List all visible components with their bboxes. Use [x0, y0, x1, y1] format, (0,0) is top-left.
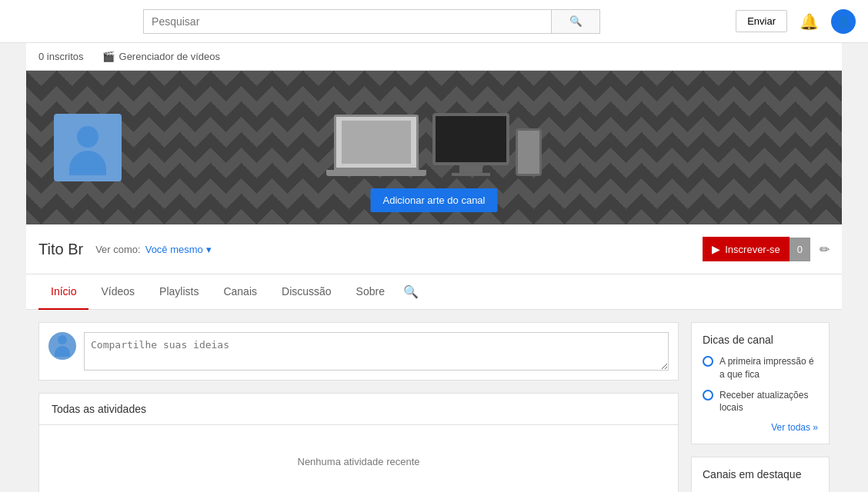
laptop-screen	[334, 115, 419, 170]
tv-screen	[432, 113, 509, 165]
subscribe-label: Inscrever-se	[725, 244, 780, 255]
tip-item-1: A primeira impressão é a que fica	[703, 355, 818, 381]
content-left: Todas as atividades Nenhuma atividade re…	[38, 322, 679, 492]
top-bar-right: Enviar 🔔 👤	[736, 9, 856, 34]
phone-device	[516, 128, 542, 176]
enviar-button[interactable]: Enviar	[736, 10, 787, 32]
tip-item-2: Receber atualizações locais	[703, 389, 818, 415]
search-button[interactable]: 🔍	[551, 9, 600, 34]
tab-playlists[interactable]: Playlists	[147, 274, 211, 310]
no-activity-message: Nenhuma atividade recente	[39, 425, 678, 492]
search-container: 🔍	[143, 9, 605, 34]
main-content: Todas as atividades Nenhuma atividade re…	[26, 310, 842, 492]
channel-name: Tito Br	[38, 241, 83, 258]
top-bar: 🔍 Enviar 🔔 👤	[0, 0, 868, 43]
laptop-device	[326, 115, 426, 176]
avatar-body	[69, 151, 106, 175]
view-as-dropdown[interactable]: Você mesmo ▾	[145, 244, 212, 255]
ver-todas-label: Ver todas »	[771, 422, 818, 433]
notification-bell-icon[interactable]: 🔔	[800, 12, 819, 31]
laptop-base	[326, 170, 426, 176]
share-avatar-head	[58, 335, 67, 344]
tab-inicio[interactable]: Início	[38, 274, 88, 310]
tips-card-title: Dicas de canal	[703, 334, 818, 346]
add-art-button[interactable]: Adicionar arte do canal	[371, 188, 498, 212]
tip-text-2: Receber atualizações locais	[719, 389, 818, 415]
subscribe-count: 0	[790, 238, 810, 261]
ver-todas-link[interactable]: Ver todas »	[703, 422, 818, 433]
youtube-logo-icon: ▶	[712, 243, 720, 255]
share-avatar-body	[55, 346, 70, 357]
view-as-value: Você mesmo	[145, 244, 203, 255]
video-manager-icon: 🎬	[102, 51, 115, 62]
channel-tabs: Início Vídeos Playlists Canais Discussão…	[26, 274, 842, 310]
tip-circle-1	[703, 356, 713, 367]
edit-icon[interactable]: ✏	[820, 242, 830, 257]
tab-search-icon[interactable]: 🔍	[397, 277, 425, 307]
share-ideas-input[interactable]	[84, 332, 669, 371]
activities-header: Todas as atividades	[39, 394, 678, 425]
tv-device	[432, 113, 509, 176]
avatar-icon: 👤	[837, 15, 850, 28]
channel-info: Tito Br Ver como: Você mesmo ▾ ▶ Inscrev…	[26, 224, 842, 274]
tip-circle-2	[703, 390, 713, 401]
tip-text-1: A primeira impressão é a que fica	[719, 355, 818, 381]
featured-channels-title: Canais em destaque	[703, 468, 818, 480]
activities-section: Todas as atividades Nenhuma atividade re…	[38, 393, 679, 492]
search-icon: 🔍	[569, 15, 583, 27]
view-as-label: Ver como:	[95, 244, 141, 255]
subscribe-area: ▶ Inscrever-se 0	[703, 237, 810, 261]
tab-canais[interactable]: Canais	[211, 274, 269, 310]
channel-container: 0 inscritos 🎬 Gerenciador de vídeos	[26, 43, 842, 310]
chevron-down-icon: ▾	[206, 244, 212, 255]
content-right: Dicas de canal A primeira impressão é a …	[691, 322, 830, 492]
tips-card: Dicas de canal A primeira impressão é a …	[691, 322, 830, 444]
subscribe-button[interactable]: ▶ Inscrever-se	[703, 237, 790, 261]
laptop-screen-inner	[342, 121, 411, 164]
tab-discussao[interactable]: Discussão	[269, 274, 344, 310]
tv-base	[452, 173, 490, 176]
tv-stand	[459, 165, 482, 173]
user-avatar[interactable]: 👤	[831, 9, 856, 34]
search-input[interactable]	[143, 9, 551, 34]
tab-sobre[interactable]: Sobre	[344, 274, 397, 310]
video-manager-label: Gerenciador de vídeos	[119, 51, 221, 62]
avatar-head	[77, 126, 98, 148]
subscribers-bar: 0 inscritos 🎬 Gerenciador de vídeos	[26, 43, 842, 71]
top-bar-left: 🔍	[12, 9, 736, 34]
channel-banner: Adicionar arte do canal	[26, 71, 842, 224]
avatar-person	[69, 120, 106, 175]
video-manager-link[interactable]: 🎬 Gerenciador de vídeos	[102, 51, 221, 62]
share-ideas-section	[38, 322, 679, 381]
featured-channels-card: Canais em destaque ＋ + Adicionar canais	[691, 457, 830, 492]
banner-devices	[326, 113, 542, 176]
tab-videos[interactable]: Vídeos	[88, 274, 147, 310]
subscribers-count: 0 inscritos	[38, 51, 84, 62]
share-user-avatar	[48, 332, 76, 360]
channel-avatar	[54, 114, 122, 181]
